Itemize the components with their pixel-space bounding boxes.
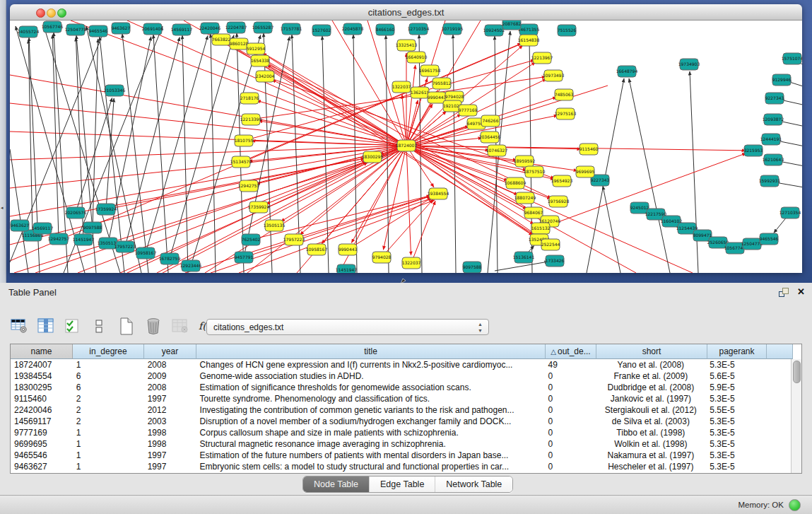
column-header-pagerank[interactable]: pagerank [707, 344, 767, 359]
table-row[interactable]: 969969511998Structural magnetic resonanc… [11, 438, 792, 450]
table-cell [765, 450, 792, 461]
table-row[interactable]: 2242004622012Investigating the contribut… [11, 404, 792, 416]
scrollbar-thumb[interactable] [793, 361, 801, 383]
table-cell [765, 393, 792, 404]
graph-node-label: 19756928 [548, 199, 570, 204]
select-all-icon[interactable] [64, 317, 82, 335]
graph-edge [10, 146, 406, 216]
tab-network-table[interactable]: Network Table [435, 477, 512, 492]
column-header-in_degree[interactable]: in_degree [73, 344, 144, 359]
graph-node-label: 10924502 [483, 28, 505, 33]
table-settings-icon[interactable] [10, 317, 28, 335]
table-cell: Franke et al. (2009) [595, 370, 706, 382]
table-cell: 5.9E-5 [706, 382, 765, 393]
sort-ascending-icon: △ [551, 348, 556, 356]
table-row[interactable]: 1872400712008Changes of HCN gene express… [11, 359, 792, 370]
table-row[interactable]: 911546021997Tourette syndrome. Phenomeno… [11, 393, 792, 404]
select-columns-icon[interactable] [37, 317, 55, 335]
delete-column-icon[interactable] [171, 317, 189, 335]
graph-node-label: 5912954 [247, 46, 266, 51]
graph-node-label: 20206576 [65, 210, 87, 215]
table-cell: Estimation of the future numbers of pati… [196, 450, 545, 461]
table-row[interactable]: 1830029562008Estimation of significance … [11, 382, 792, 393]
graph-edge [182, 35, 188, 273]
graph-node-label: 20364456 [479, 134, 501, 139]
graph-edge [10, 146, 406, 160]
column-header-blank[interactable] [767, 344, 793, 359]
table-cell: 2003 [144, 416, 196, 427]
table-cell: 0 [545, 393, 596, 404]
table-panel-title: Table Panel [8, 287, 57, 298]
graph-edge [603, 186, 620, 273]
graph-node-label: 15751074 [782, 56, 802, 61]
window-titlebar[interactable]: citations_edges.txt [10, 4, 802, 21]
table-cell: Embryonic stem cells: a model to study s… [196, 461, 545, 472]
graph-edge [775, 182, 802, 189]
graph-node-label: 18807249 [514, 195, 536, 200]
table-row[interactable]: 946554611997Estimation of the future num… [11, 450, 792, 461]
table-header-row: namein_degreeyeartitle△out_de...shortpag… [11, 344, 801, 359]
unselect-all-icon[interactable] [90, 317, 109, 335]
table-cell: Corpus callosum shape and size in male p… [196, 427, 545, 438]
table-cell [765, 404, 792, 416]
graph-edge [153, 35, 168, 273]
graph-edge [256, 49, 543, 217]
graph-node-label: 1654338 [251, 58, 270, 63]
graph-node-label: 14569117 [32, 226, 54, 230]
table-row[interactable]: 946362711997Embryonic stem cells: a mode… [11, 461, 792, 472]
graph-node-label: 19384554 [428, 191, 449, 196]
column-header-short[interactable]: short [596, 344, 707, 359]
close-panel-icon[interactable]: ✕ [797, 286, 805, 297]
table-cell: Wolkin et al. (1998) [595, 438, 706, 450]
delete-table-icon[interactable] [144, 317, 163, 335]
table-cell: 6 [73, 370, 144, 382]
table-cell: 2008 [144, 359, 196, 370]
panel-collapse-arrow-icon[interactable]: ◂ [1, 205, 4, 211]
graph-node-label: 19734903 [678, 62, 700, 66]
table-cell: 0 [545, 382, 596, 393]
graph-node-label: 18300295 [362, 154, 384, 159]
table-cell: 2 [73, 416, 144, 427]
graph-node-label: 17359924 [248, 204, 270, 209]
graph-node-label: 25260650 [707, 240, 729, 245]
graph-edge [10, 149, 28, 273]
graph-edge [541, 153, 746, 228]
graph-node-label: 9115460 [579, 146, 599, 151]
column-header-out_de[interactable]: △out_de... [546, 344, 596, 359]
column-header-year[interactable]: year [144, 344, 196, 359]
graph-node-label: 1810755 [235, 138, 254, 143]
graph-node-label: 9227343 [591, 177, 610, 182]
vertical-scrollbar[interactable] [791, 359, 801, 473]
tab-edge-table[interactable]: Edge Table [369, 477, 435, 492]
tab-node-table[interactable]: Node Table [303, 477, 369, 492]
graph-edge [10, 75, 406, 146]
table-selector-dropdown[interactable]: citations_edges.txt ▲▼ [206, 319, 489, 335]
table-row[interactable]: 1456911722003Disruption of a novel membe… [11, 416, 792, 427]
table-cell: 1998 [144, 438, 196, 450]
graph-node-label: 7625402 [242, 237, 261, 242]
graph-node-label: 12942757 [48, 236, 70, 241]
table-cell [765, 438, 792, 450]
table-cell: Dudbridge et al. (2008) [595, 382, 706, 393]
graph-node-label: 15136141 [513, 255, 535, 259]
graph-node-label: 18724007 [396, 143, 418, 148]
table-cell: 18300295 [11, 382, 73, 393]
graph-node-label: 1322037 [402, 260, 421, 265]
graph-node-label: 17957223 [283, 237, 305, 242]
table-row[interactable]: 977716911998Corpus callosum shape and si… [11, 427, 792, 438]
table-cell: 5.3E-5 [706, 461, 765, 472]
network-canvas[interactable]: 2405572410567746125047789465546946362720… [10, 21, 802, 273]
column-header-title[interactable]: title [196, 344, 546, 359]
new-table-icon[interactable] [117, 317, 136, 335]
float-panel-icon[interactable] [778, 287, 789, 298]
graph-node-label: 12975163 [555, 111, 577, 116]
graph-node-label: 10958167 [135, 250, 157, 255]
graph-node-label: 7485063 [555, 92, 574, 97]
table-cell: 1998 [144, 427, 196, 438]
table-cell: 14569117 [11, 416, 73, 427]
table-row[interactable]: 1938455462009Genome-wide association stu… [11, 370, 792, 382]
column-header-name[interactable]: name [11, 344, 73, 359]
table-cell: 9463627 [11, 461, 73, 472]
graph-node-label: 7955812 [433, 81, 452, 86]
graph-node-label: 10746327 [486, 148, 508, 153]
